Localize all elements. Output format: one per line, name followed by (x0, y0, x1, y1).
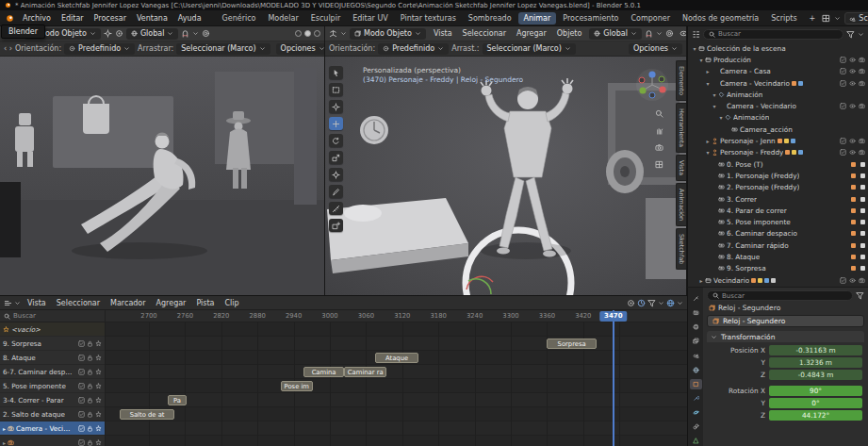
collapse-arrow-icon[interactable]: ▾ (711, 91, 718, 98)
value-field-y[interactable]: 1.3236 m (769, 357, 862, 368)
outliner-row[interactable]: ▾Producción (688, 54, 868, 65)
outliner-row[interactable]: ▾Camera - Vecindario (688, 77, 868, 89)
expand-arrow-icon[interactable]: ▸ (697, 277, 705, 284)
editor-type-icon[interactable] (692, 30, 700, 39)
workspace-tab-pintar-texturas[interactable]: Pintar texturas (395, 12, 462, 25)
camera-view-icon[interactable] (655, 143, 663, 152)
workspace-tab-animar[interactable]: Animar (518, 12, 557, 25)
nla-menu-vista[interactable]: Vista (23, 298, 51, 308)
sidebar-tab-sketchfab[interactable]: Sketchfab (676, 228, 686, 270)
nla-menu-agregar[interactable]: Agregar (152, 298, 191, 308)
shading-material-button[interactable] (314, 30, 320, 37)
value-field-rotacion-x[interactable]: 90° (769, 386, 862, 396)
mode-dropdown[interactable]: Modo Objeto (350, 28, 426, 40)
outliner-row[interactable]: ▸Camera - Casa (688, 66, 868, 77)
scope-icon[interactable] (666, 299, 675, 307)
nla-menu-marcador[interactable]: Marcador (106, 298, 150, 308)
collapse-arrow-icon[interactable]: ▾ (704, 149, 712, 156)
nla-strip-camina[interactable]: Camina (303, 367, 345, 377)
orientation-dropdown[interactable]: Predefinido (64, 43, 135, 55)
nla-lane[interactable] (106, 365, 687, 379)
workspace-tab-editar-uv[interactable]: Editar UV (347, 12, 394, 25)
properties-tab-output[interactable] (690, 322, 702, 332)
outliner-search-input[interactable]: Buscar (703, 29, 843, 40)
properties-tab-world[interactable] (690, 364, 702, 374)
options-button[interactable]: Opciones (629, 43, 682, 55)
nla-channel[interactable]: ▸ (0, 436, 105, 446)
outliner-row[interactable]: 7. Caminar rápido (688, 240, 868, 251)
sidebar-tab-elemento[interactable]: Elemento (676, 60, 686, 101)
chevron-down-icon[interactable] (340, 30, 347, 37)
tool-history-arrows[interactable]: ‹ › (4, 44, 12, 53)
editor-type-icon[interactable] (329, 29, 337, 38)
value-field-y[interactable]: 0° (769, 398, 862, 408)
properties-tab-object-data[interactable] (690, 436, 702, 446)
nla-track-area[interactable]: SorpresaAtaqueCaminaCaminar raPose imPaS… (106, 322, 687, 446)
filter-icon[interactable] (647, 299, 656, 307)
outliner-row[interactable]: Camera_acción (688, 124, 868, 135)
proportional-editing-icon[interactable] (202, 29, 210, 38)
workspace-tab-sombreado[interactable]: Sombreado (463, 12, 517, 25)
blender-menu-icon[interactable] (6, 14, 14, 23)
ortho-toggle-icon[interactable] (655, 160, 663, 169)
nla-channel[interactable]: 5. Pose imponente (0, 379, 105, 393)
cursor-tool-icon[interactable] (104, 29, 112, 38)
tool-annotate-button[interactable] (329, 185, 343, 198)
nla-lane[interactable] (106, 407, 687, 421)
outliner-row[interactable]: 9. Sorpresa (688, 263, 868, 274)
nla-menu-seleccionar[interactable]: Seleccionar (52, 298, 105, 308)
menu-archivo[interactable]: Archivo (18, 12, 56, 25)
outliner-row[interactable]: 3. Correr (688, 193, 868, 205)
collapse-arrow-icon[interactable]: ▾ (691, 45, 698, 52)
collapse-arrow-icon[interactable]: ▾ (704, 80, 712, 87)
viewport-menu-objeto[interactable]: Objeto (552, 27, 587, 40)
nla-lane[interactable] (106, 393, 687, 407)
tool-cursor-button[interactable] (329, 100, 343, 113)
collapse-arrow-icon[interactable]: ▾ (717, 114, 725, 121)
proportional-editing-icon[interactable] (665, 29, 674, 38)
nla-channel[interactable]: 3-4. Correr - Parar (0, 393, 105, 407)
navigation-gizmo[interactable] (635, 68, 669, 104)
value-field-z[interactable]: -0.4843 m (769, 370, 862, 380)
nla-channel[interactable]: 2. Salto de ataque (0, 407, 105, 421)
outliner-row[interactable]: 8. Ataque (688, 251, 868, 262)
expand-arrow-icon[interactable]: ▸ (3, 439, 6, 446)
nla-strip-sorpresa[interactable]: Sorpresa (547, 339, 596, 349)
properties-tab-render[interactable] (690, 307, 702, 318)
nla-lane[interactable] (106, 421, 687, 436)
nla-strip-salto-de-at[interactable]: Salto de at (120, 409, 174, 420)
nla-lane[interactable] (106, 337, 687, 351)
pan-hand-icon[interactable] (655, 126, 663, 135)
chevron-down-icon[interactable] (656, 30, 663, 37)
drag-dropdown[interactable]: Seleccionar (Marco) (483, 43, 576, 55)
chevron-down-icon[interactable] (192, 30, 199, 37)
timeline-ruler[interactable]: 3470 27002760282028802940300030603120318… (106, 310, 687, 322)
outliner-row[interactable]: ▾Animación (688, 112, 868, 124)
transform-orientation-dropdown[interactable]: Global (589, 28, 642, 40)
snap-magnet-icon[interactable] (645, 29, 653, 38)
properties-tab-physics[interactable] (690, 407, 702, 418)
workspace-tab-procesamiento[interactable]: Procesamiento (557, 12, 624, 25)
workspace-tab-esculpir[interactable]: Esculpir (305, 12, 347, 25)
menu-ayuda[interactable]: Ayuda (173, 12, 206, 25)
object-name-field[interactable]: Reloj - Segundero (707, 315, 864, 327)
filter-icon[interactable] (846, 30, 855, 39)
tool-measure-button[interactable] (329, 202, 343, 215)
viewport-menu-seleccionar[interactable]: Seleccionar (458, 27, 511, 40)
nla-channel[interactable]: 6-7. Caminar despacio (0, 365, 105, 379)
nla-channel[interactable]: <vacío> (0, 322, 105, 337)
shading-wireframe-button[interactable] (295, 30, 302, 37)
chevron-down-icon[interactable] (858, 31, 864, 38)
outliner-row[interactable]: ▾Colección de la escena (688, 42, 868, 54)
nla-strip-caminar-ra[interactable]: Caminar ra (344, 367, 386, 377)
nla-lane[interactable] (106, 436, 687, 446)
viewport-menu-vista[interactable]: Vista (429, 27, 457, 40)
expand-arrow-icon[interactable]: ▸ (3, 425, 6, 432)
nla-menu-pista[interactable]: Pista (191, 298, 219, 308)
properties-tab-modifiers[interactable] (690, 393, 702, 404)
chevron-down-icon[interactable] (677, 300, 683, 306)
nla-search-input[interactable]: Buscar (0, 310, 106, 322)
outliner-row[interactable]: ▾Personaje - Freddy (688, 147, 868, 158)
current-frame-indicator[interactable]: 3470 (599, 311, 627, 322)
properties-tab-constraints[interactable] (690, 421, 702, 432)
